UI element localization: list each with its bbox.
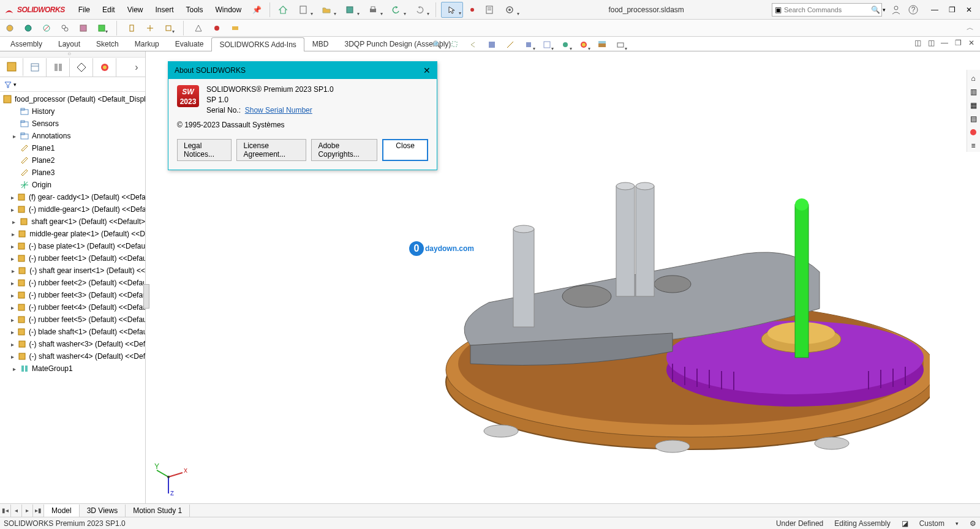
tab-evaluate[interactable]: Evaluate bbox=[167, 37, 212, 51]
pin-icon[interactable]: 📌 bbox=[249, 2, 265, 18]
tab-nav-prev[interactable]: ◂ bbox=[11, 505, 22, 517]
side-tab-overflow[interactable]: › bbox=[128, 58, 145, 77]
expand-icon[interactable]: ▸ bbox=[11, 341, 15, 348]
zoom-area-icon[interactable] bbox=[447, 37, 463, 53]
tree-row[interactable]: ▸(-) rubber feet<4> (Default) <<Defau bbox=[0, 301, 145, 313]
scene-icon[interactable] bbox=[594, 37, 610, 53]
tree-row[interactable]: ▸(-) base plate<1> (Default) <<Defau bbox=[0, 240, 145, 252]
tb2-btn-6[interactable]: ▾ bbox=[94, 21, 109, 36]
file-properties-icon[interactable] bbox=[481, 2, 497, 18]
doc-minimize[interactable]: — bbox=[938, 37, 951, 49]
section-view-icon[interactable] bbox=[484, 37, 500, 53]
tb2-btn-2[interactable] bbox=[21, 21, 36, 36]
tree-row[interactable]: ▸(-) shaft washer<3> (Default) <<Def bbox=[0, 338, 145, 350]
doc-restore[interactable]: ❐ bbox=[952, 37, 964, 49]
tree-row[interactable]: Sensors bbox=[0, 118, 145, 130]
tab-nav-last[interactable]: ▸▮ bbox=[33, 505, 44, 517]
bottom-tab-model[interactable]: Model bbox=[44, 505, 80, 517]
close-dialog-button[interactable]: Close bbox=[382, 139, 428, 161]
tree-row[interactable]: Plane3 bbox=[0, 167, 145, 179]
tb2-btn-1[interactable] bbox=[2, 21, 17, 36]
view-orientation-icon[interactable]: ▾ bbox=[521, 37, 537, 53]
expand-icon[interactable]: ▸ bbox=[11, 194, 14, 201]
tree-row[interactable]: ▸shaft gear<1> (Default) <<Default> bbox=[0, 216, 145, 228]
license-agreement-button[interactable]: License Agreement... bbox=[236, 139, 306, 161]
options-gear-icon[interactable]: ▾ bbox=[499, 2, 521, 18]
menu-view[interactable]: View bbox=[121, 3, 149, 17]
hide-show-icon[interactable]: ▾ bbox=[557, 37, 573, 53]
task-view-palette-icon[interactable]: ▤ bbox=[967, 113, 979, 125]
menu-window[interactable]: Window bbox=[209, 3, 248, 17]
panel-resize-handle[interactable] bbox=[0, 51, 145, 58]
tree-row[interactable]: ▸(-) rubber feet<3> (Default) <<Defau bbox=[0, 289, 145, 301]
menu-file[interactable]: File bbox=[72, 3, 96, 17]
tree-root[interactable]: food_processor (Default) <Default_Displa bbox=[0, 93, 145, 105]
legal-notices-button[interactable]: Legal Notices... bbox=[177, 139, 232, 161]
user-icon[interactable] bbox=[888, 2, 904, 18]
tb2-btn-10[interactable] bbox=[191, 21, 206, 36]
feature-tree[interactable]: food_processor (Default) <Default_Displa… bbox=[0, 92, 145, 517]
tree-row[interactable]: ▸(f) gear- caddy<1> (Default) <<Defa bbox=[0, 191, 145, 203]
side-tab-dimxpert[interactable] bbox=[70, 58, 93, 77]
tb2-btn-5[interactable] bbox=[76, 21, 91, 36]
tree-row[interactable]: ▸(-) blade shaft<1> (Default) <<Defaul bbox=[0, 326, 145, 338]
task-home-icon[interactable]: ⌂ bbox=[967, 72, 979, 84]
home-icon[interactable] bbox=[275, 2, 291, 18]
filter-dropdown-icon[interactable]: ▾ bbox=[13, 81, 17, 88]
tree-row[interactable]: ▸(-) shaft gear insert<1> (Default) << bbox=[0, 264, 145, 277]
tree-row[interactable]: History bbox=[0, 105, 145, 118]
status-flag-icon[interactable]: ◪ bbox=[902, 519, 908, 528]
tree-row[interactable]: ▸(-) shaft washer<4> (Default) <<Def bbox=[0, 350, 145, 362]
menu-edit[interactable]: Edit bbox=[96, 3, 121, 17]
status-gear-icon[interactable]: ⚙ bbox=[970, 519, 976, 528]
tab-nav-first[interactable]: ▮◂ bbox=[0, 505, 11, 517]
save-icon[interactable]: ▾ bbox=[339, 2, 361, 18]
expand-icon[interactable]: ▸ bbox=[11, 317, 14, 323]
tb2-btn-11[interactable] bbox=[209, 21, 224, 36]
status-units[interactable]: Custom bbox=[919, 519, 944, 528]
side-tab-display[interactable] bbox=[93, 58, 116, 77]
tb2-btn-12[interactable] bbox=[228, 21, 243, 36]
collapse-ribbon-icon[interactable]: ︿ bbox=[967, 23, 974, 33]
side-tab-config[interactable] bbox=[47, 58, 70, 77]
tree-row[interactable]: ▸(-) rubber feet<5> (Default) <<Defau bbox=[0, 313, 145, 326]
menu-insert[interactable]: Insert bbox=[149, 3, 180, 17]
tab-addins[interactable]: SOLIDWORKS Add-Ins bbox=[211, 37, 304, 51]
tree-row[interactable]: ▸(-) rubber feet<1> (Default) <<Defau bbox=[0, 252, 145, 264]
expand-icon[interactable]: ▸ bbox=[11, 243, 14, 250]
rebuild-icon[interactable] bbox=[464, 2, 480, 18]
expand-icon[interactable]: ▸ bbox=[11, 206, 14, 213]
tb2-btn-9[interactable]: ▾ bbox=[161, 21, 176, 36]
bottom-tab-motion[interactable]: Motion Study 1 bbox=[126, 505, 190, 517]
appearance-icon[interactable]: ▾ bbox=[576, 37, 592, 53]
search-commands[interactable]: ▣ 🔍 ▾ bbox=[772, 3, 882, 17]
view-settings-icon[interactable]: ▾ bbox=[612, 37, 628, 53]
undo-icon[interactable]: ▾ bbox=[385, 2, 407, 18]
doc-btn-1[interactable]: ◫ bbox=[911, 37, 924, 49]
open-icon[interactable]: ▾ bbox=[315, 2, 337, 18]
tb2-btn-3[interactable] bbox=[39, 21, 54, 36]
adobe-copyrights-button[interactable]: Adobe Copyrights... bbox=[311, 139, 377, 161]
expand-icon[interactable]: ▸ bbox=[11, 304, 14, 311]
orientation-triad[interactable]: x Y z bbox=[153, 462, 190, 498]
expand-icon[interactable]: ▸ bbox=[11, 255, 14, 262]
help-icon[interactable]: ? bbox=[905, 2, 921, 18]
close-button[interactable]: ✕ bbox=[962, 2, 976, 17]
tab-assembly[interactable]: Assembly bbox=[2, 37, 50, 51]
expand-icon[interactable]: ▸ bbox=[11, 366, 17, 372]
tb2-btn-8[interactable] bbox=[143, 21, 157, 36]
tree-row[interactable]: ▸(-) middle-gear<1> (Default) <<Defa bbox=[0, 203, 145, 216]
select-cursor-icon[interactable]: ▾ bbox=[441, 2, 463, 18]
menu-tools[interactable]: Tools bbox=[180, 3, 209, 17]
dialog-titlebar[interactable]: About SOLIDWORKS ✕ bbox=[168, 62, 437, 79]
restore-button[interactable]: ❐ bbox=[944, 2, 959, 17]
search-dropdown-icon[interactable]: ▾ bbox=[883, 7, 886, 13]
task-resources-icon[interactable]: ▥ bbox=[967, 86, 979, 98]
tree-row[interactable]: ▸middle-gear plate<1> (Default) <<D bbox=[0, 228, 145, 240]
expand-icon[interactable]: ▸ bbox=[11, 292, 14, 299]
tab-markup[interactable]: Markup bbox=[127, 37, 167, 51]
expand-icon[interactable]: ▸ bbox=[11, 329, 14, 336]
doc-close[interactable]: ✕ bbox=[965, 37, 978, 49]
minimize-button[interactable]: — bbox=[927, 2, 942, 17]
tree-row[interactable]: Plane1 bbox=[0, 142, 145, 154]
